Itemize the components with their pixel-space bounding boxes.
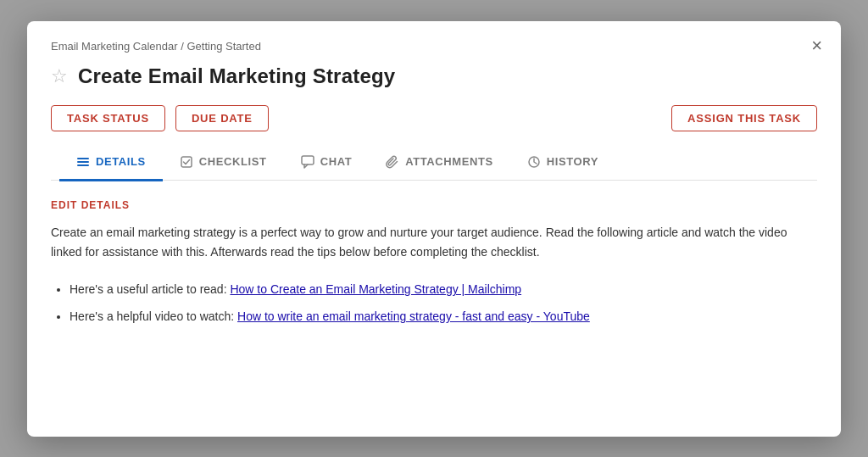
article-link[interactable]: How to Create an Email Marketing Strateg… (230, 282, 521, 296)
breadcrumb: Email Marketing Calendar / Getting Start… (51, 40, 817, 53)
bullet-1-prefix: Here's a useful article to read: (70, 282, 230, 296)
bullet-list: Here's a useful article to read: How to … (51, 277, 817, 328)
tab-details[interactable]: DETAILS (59, 145, 163, 181)
close-button[interactable]: × (811, 36, 822, 55)
title-row: ☆ Create Email Marketing Strategy (51, 64, 817, 88)
chat-icon (301, 155, 314, 169)
tab-history[interactable]: HISTORY (510, 145, 615, 181)
breadcrumb-section: Getting Started (186, 40, 260, 53)
tab-details-label: DETAILS (96, 155, 146, 168)
modal-overlay: Email Marketing Calendar / Getting Start… (0, 0, 868, 457)
checklist-icon (180, 155, 193, 169)
tab-chat-label: CHAT (320, 155, 353, 168)
breadcrumb-separator: / (181, 40, 184, 53)
actions-row: TASK STATUS DUE DATE ASSIGN THIS TASK (51, 105, 817, 131)
description-text: Create an email marketing strategy is a … (51, 223, 817, 262)
bullet-2-prefix: Here's a helpful video to watch: (70, 309, 237, 323)
attachments-icon (386, 155, 399, 169)
tab-checklist-label: CHECKLIST (199, 155, 267, 168)
details-icon (76, 155, 90, 169)
video-link[interactable]: How to write an email marketing strategy… (237, 309, 590, 323)
task-modal: Email Marketing Calendar / Getting Start… (27, 21, 841, 437)
svg-rect-4 (302, 156, 314, 164)
assign-task-button[interactable]: ASSIGN THIS TASK (671, 105, 817, 131)
list-item: Here's a helpful video to watch: How to … (70, 304, 817, 328)
modal-header: Email Marketing Calendar / Getting Start… (27, 21, 841, 181)
star-icon[interactable]: ☆ (51, 65, 68, 87)
svg-rect-1 (77, 161, 89, 163)
breadcrumb-project: Email Marketing Calendar (51, 40, 178, 53)
tabs-row: DETAILS CHECKLIST (51, 145, 817, 181)
tab-attachments[interactable]: ATTACHMENTS (369, 145, 510, 181)
section-label: EDIT DETAILS (51, 199, 817, 211)
history-icon (527, 155, 541, 169)
modal-body: EDIT DETAILS Create an email marketing s… (27, 181, 841, 355)
tab-chat[interactable]: CHAT (284, 145, 370, 181)
tab-history-label: HISTORY (547, 155, 598, 168)
svg-rect-2 (77, 164, 89, 166)
list-item: Here's a useful article to read: How to … (70, 277, 817, 301)
task-title: Create Email Marketing Strategy (78, 64, 395, 88)
tab-checklist[interactable]: CHECKLIST (163, 145, 284, 181)
due-date-button[interactable]: DUE DATE (175, 105, 269, 131)
task-status-button[interactable]: TASK STATUS (51, 105, 165, 131)
svg-rect-0 (77, 158, 89, 159)
tab-attachments-label: ATTACHMENTS (405, 155, 493, 168)
